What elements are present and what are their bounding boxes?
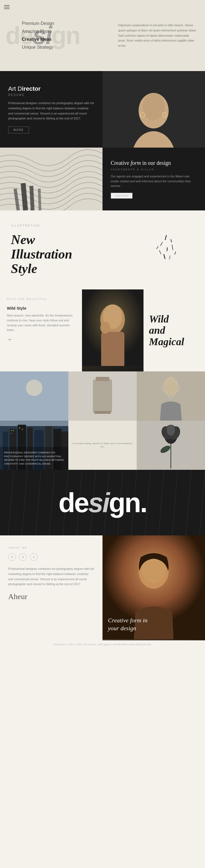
social-icons: f t i <box>8 553 94 561</box>
svg-point-29 <box>26 380 42 396</box>
svg-point-26 <box>100 322 110 334</box>
svg-rect-13 <box>160 242 163 246</box>
wild-portrait-image <box>82 289 144 371</box>
svg-rect-11 <box>165 235 167 240</box>
wild-right: WildandMagical <box>144 289 205 371</box>
photo-cell-text: For creative styling, attention to detai… <box>68 421 137 470</box>
wild-description: New season, new wardrobe. As the tempera… <box>7 313 75 332</box>
more-button[interactable]: MORE <box>8 127 29 133</box>
menu-item-creative[interactable]: Creative Ideas <box>22 35 113 43</box>
svg-rect-39 <box>11 430 12 431</box>
photo-grid-section: PROFESSIONAL DESIGNER COMBINES HIS PHOTO… <box>0 371 205 470</box>
resume-label: RESUME <box>8 93 94 96</box>
svg-rect-46 <box>96 377 109 381</box>
svg-rect-43 <box>22 429 23 430</box>
svg-point-49 <box>163 377 178 396</box>
photo-cell-flower <box>137 421 205 470</box>
creative-right: Creative form in our design APARTMENTS &… <box>102 148 205 211</box>
wild-portrait <box>82 289 144 371</box>
hero-right: Dignissim suspendisse in est ante in nib… <box>113 0 205 71</box>
svg-line-79 <box>179 470 184 535</box>
svg-rect-12 <box>170 239 172 242</box>
wild-label: WILD AND BEAUTIFUL <box>7 298 75 300</box>
svg-line-73 <box>15 470 21 535</box>
object-svg <box>68 371 137 421</box>
svg-rect-42 <box>19 428 20 429</box>
creative-heading: Creative form in our design <box>111 159 197 166</box>
about-label: ABOUT ME <box>8 546 94 549</box>
wild-heading: WildandMagical <box>149 313 200 348</box>
art-director-portrait <box>102 71 205 148</box>
about-description: Professional designer combines his photo… <box>8 566 94 587</box>
photo-cell-fashion <box>137 371 205 421</box>
art-director-left: Art Director RESUME Professional designe… <box>0 71 102 148</box>
svg-point-56 <box>167 425 175 436</box>
hero-description: Dignissim suspendisse in est ante in nib… <box>118 23 197 48</box>
svg-rect-25 <box>101 332 124 366</box>
svg-line-78 <box>152 470 157 535</box>
svg-rect-17 <box>174 251 176 255</box>
photo-overlay-text: PROFESSIONAL DESIGNER COMBINES HIS PHOTO… <box>0 447 68 470</box>
hero-section: design Premium Design Amazing Photo Crea… <box>0 0 205 71</box>
facebook-icon[interactable]: f <box>8 553 16 561</box>
svg-line-70 <box>172 470 178 535</box>
wild-portrait-svg <box>82 289 144 366</box>
hero-left: Premium Design Amazing Photo Creative Id… <box>0 0 113 71</box>
wild-style-title: Wild Style <box>7 306 75 310</box>
arrow-icon[interactable]: → <box>7 337 75 342</box>
scatter-decoration <box>150 232 183 265</box>
illustration-line3: Style <box>11 261 37 276</box>
svg-line-58 <box>8 470 14 535</box>
twitter-icon[interactable]: t <box>19 553 27 561</box>
illustration-line1: New <box>11 232 35 247</box>
illustration-section: ILLUSTRATION New Illustration Style <box>0 211 205 289</box>
svg-rect-20 <box>156 246 159 249</box>
portrait-svg <box>102 71 205 148</box>
about-section: ABOUT ME f t i Professional designer com… <box>0 535 205 640</box>
about-left: ABOUT ME f t i Professional designer com… <box>0 535 102 640</box>
svg-rect-41 <box>11 433 12 434</box>
svg-rect-45 <box>93 380 112 412</box>
apartments-label: APARTMENTS & VILLAS <box>111 168 197 171</box>
svg-rect-40 <box>13 430 14 431</box>
photo-text-content: For creative styling, attention to detai… <box>68 439 137 452</box>
wild-left: WILD AND BEAUTIFUL Wild Style New season… <box>0 289 82 371</box>
portrait-container <box>102 71 205 148</box>
about-portrait-overlay: Creative form in your design <box>108 617 200 632</box>
art-director-bold: irector <box>22 85 40 92</box>
menu-item-premium[interactable]: Premium Design <box>22 20 113 28</box>
svg-rect-16 <box>159 250 162 254</box>
menu-item-strategy[interactable]: Unique Strategy <box>22 43 113 51</box>
svg-line-69 <box>158 470 164 535</box>
wave-image <box>0 148 102 211</box>
hero-menu: Premium Design Amazing Photo Creative Id… <box>22 20 113 51</box>
scatter-svg <box>150 232 183 265</box>
footer-sample-text: Sample text. Click to select the text bo… <box>0 640 205 649</box>
hamburger-menu[interactable] <box>4 4 9 10</box>
about-portrait-heading: Creative form in your design <box>108 617 200 632</box>
svg-rect-14 <box>172 245 173 250</box>
svg-rect-18 <box>164 254 166 259</box>
svg-rect-15 <box>167 247 168 251</box>
read-more-button[interactable]: read more <box>111 193 133 199</box>
instagram-icon[interactable]: i <box>30 553 38 561</box>
about-portrait-line2: your design <box>108 625 136 631</box>
svg-line-71 <box>186 470 191 535</box>
svg-point-3 <box>143 93 165 120</box>
design-big-text: design. <box>58 487 147 519</box>
art-director-section: Art Director RESUME Professional designe… <box>0 71 205 148</box>
about-portrait-image: Creative form in your design <box>102 535 205 640</box>
flower-svg <box>137 421 205 470</box>
svg-line-59 <box>22 470 27 535</box>
svg-line-60 <box>35 470 41 535</box>
fashion-svg <box>137 371 205 421</box>
about-portrait-container: Creative form in your design <box>102 535 205 640</box>
menu-item-photo[interactable]: Amazing Photo <box>22 28 113 35</box>
svg-line-61 <box>49 470 55 535</box>
svg-rect-47 <box>94 411 111 414</box>
svg-line-74 <box>42 470 48 535</box>
portrait-placeholder <box>102 71 205 148</box>
illustration-italic: Illustration <box>11 247 72 261</box>
wild-section: WILD AND BEAUTIFUL Wild Style New season… <box>0 289 205 371</box>
svg-line-72 <box>200 470 205 535</box>
